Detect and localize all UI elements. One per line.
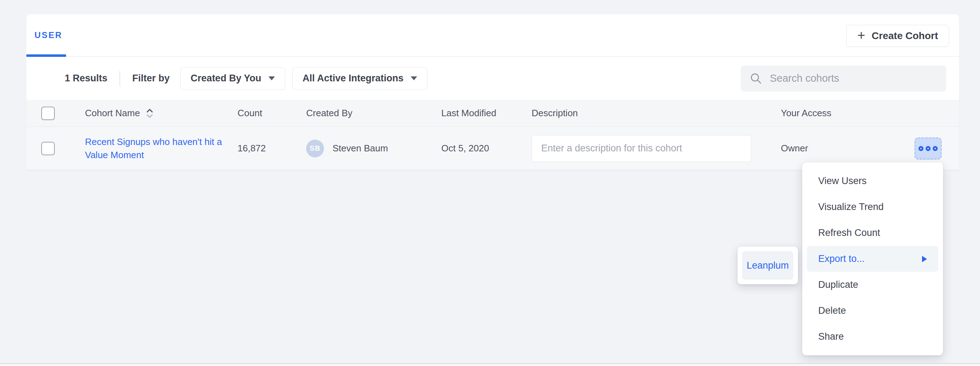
cohort-count: 16,872	[237, 143, 306, 154]
cohort-name-link[interactable]: Recent Signups who haven't hit a Value M…	[85, 136, 222, 160]
plus-icon: +	[858, 29, 865, 42]
created-by-name: Steven Baum	[332, 143, 388, 154]
column-header-your-access: Your Access	[781, 108, 912, 119]
row-actions-menu: View Users Visualize Trend Refresh Count…	[802, 162, 943, 355]
avatar: SB	[306, 139, 324, 157]
table-header: Cohort Name Count Created By Last Modifi…	[26, 100, 959, 127]
active-tab-underline	[26, 54, 66, 57]
description-input[interactable]	[531, 135, 751, 162]
export-submenu: Leanplum	[738, 247, 798, 284]
column-header-created-by: Created By	[306, 108, 441, 119]
export-to-label: Export to...	[818, 254, 865, 265]
search-cohorts-box[interactable]	[741, 65, 946, 92]
more-icon	[926, 146, 931, 151]
divider	[119, 71, 120, 86]
create-cohort-label: Create Cohort	[872, 30, 938, 41]
chevron-down-icon	[411, 76, 417, 80]
filter-by-label: Filter by	[132, 73, 170, 84]
last-modified-date: Oct 5, 2020	[441, 143, 531, 154]
window-bottom-edge	[0, 363, 980, 366]
created-by-dropdown[interactable]: Created By You	[180, 67, 285, 90]
menu-item-share[interactable]: Share	[807, 324, 939, 350]
more-actions-button[interactable]	[915, 138, 942, 160]
access-level: Owner	[781, 143, 912, 154]
menu-item-delete[interactable]: Delete	[807, 298, 939, 324]
search-input[interactable]	[769, 72, 937, 85]
column-header-count: Count	[237, 108, 306, 119]
select-all-checkbox[interactable]	[41, 106, 55, 120]
menu-item-duplicate[interactable]: Duplicate	[807, 272, 939, 298]
tab-user-label: USER	[35, 30, 63, 40]
menu-item-refresh-count[interactable]: Refresh Count	[807, 220, 939, 246]
column-header-last-modified: Last Modified	[441, 108, 531, 119]
column-header-cohort-name[interactable]: Cohort Name	[85, 108, 237, 119]
integrations-dropdown-label: All Active Integrations	[302, 73, 404, 84]
more-icon	[918, 146, 923, 151]
create-cohort-button[interactable]: + Create Cohort	[846, 25, 949, 47]
sort-icon	[146, 108, 154, 119]
column-header-description: Description	[531, 108, 781, 119]
menu-item-visualize-trend[interactable]: Visualize Trend	[807, 194, 939, 220]
created-by-dropdown-label: Created By You	[191, 73, 261, 84]
chevron-down-icon	[269, 76, 275, 80]
cohorts-card: USER + Create Cohort 1 Results Filter by…	[26, 14, 959, 170]
submenu-item-leanplum[interactable]: Leanplum	[742, 251, 793, 280]
results-count: 1 Results	[65, 73, 107, 84]
integrations-dropdown[interactable]: All Active Integrations	[292, 67, 427, 90]
row-checkbox[interactable]	[41, 142, 55, 155]
search-icon	[750, 73, 762, 85]
tab-user[interactable]: USER	[35, 14, 63, 56]
menu-item-view-users[interactable]: View Users	[807, 168, 939, 194]
submenu-arrow-icon	[922, 256, 927, 262]
more-icon	[933, 146, 938, 151]
tab-bar: USER + Create Cohort	[26, 14, 959, 57]
filter-bar: 1 Results Filter by Created By You All A…	[26, 57, 959, 100]
menu-item-export-to[interactable]: Export to...	[807, 246, 939, 272]
cohort-name-header-label: Cohort Name	[85, 108, 140, 119]
